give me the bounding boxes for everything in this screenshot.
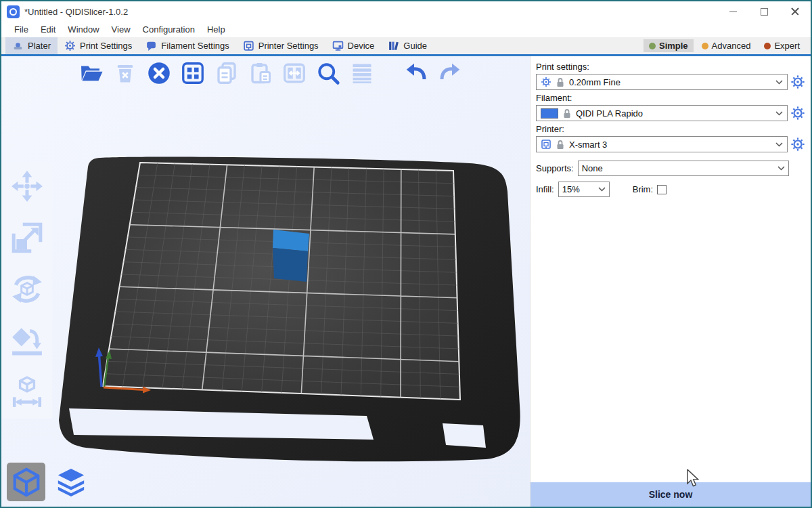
- menu-view[interactable]: View: [106, 23, 137, 36]
- slice-now-button[interactable]: Slice now: [531, 482, 811, 507]
- printer-icon: [541, 139, 551, 150]
- mode-simple[interactable]: Simple: [644, 39, 694, 52]
- tab-print-settings[interactable]: Print Settings: [58, 37, 139, 54]
- gear-icon: [541, 77, 551, 87]
- tab-device[interactable]: Device: [325, 37, 382, 54]
- tab-bar: Plater Print Settings Filament Settings: [1, 37, 811, 56]
- infill-combo[interactable]: 15%: [558, 182, 610, 197]
- rotate-icon: [10, 272, 44, 306]
- mode-label: Simple: [659, 41, 688, 51]
- undo-button[interactable]: [402, 59, 430, 87]
- menu-help[interactable]: Help: [201, 23, 231, 36]
- filament-color-swatch: [541, 108, 558, 119]
- variable-layer-height-button[interactable]: [348, 59, 376, 87]
- redo-button[interactable]: [436, 59, 464, 87]
- plate-handle-slot: [443, 423, 486, 448]
- delete-all-icon: [147, 61, 171, 85]
- close-button[interactable]: [780, 1, 811, 22]
- tab-guide[interactable]: Guide: [381, 37, 434, 54]
- menu-bar: File Edit Window View Configuration Help: [1, 22, 811, 37]
- printer-combo[interactable]: X-smart 3: [536, 136, 788, 152]
- 3d-view-cube-icon: [11, 467, 42, 498]
- brim-checkbox[interactable]: [657, 185, 667, 194]
- preview-layers-view-button[interactable]: [51, 463, 90, 501]
- simple-dot-icon: [649, 43, 656, 49]
- app-window: *Untitled - QIDISlicer-1.0.2 File Edit W…: [0, 0, 812, 508]
- edit-printer-button[interactable]: [790, 137, 805, 152]
- scale-button[interactable]: [10, 221, 44, 257]
- tab-label: Guide: [403, 41, 427, 51]
- place-on-face-icon: [10, 324, 44, 358]
- paste-icon: [248, 61, 273, 85]
- minimize-icon: [729, 12, 737, 12]
- tab-label: Plater: [28, 41, 51, 51]
- filament-combo[interactable]: QIDI PLA Rapido: [536, 105, 788, 121]
- printer-label: Printer:: [536, 124, 805, 134]
- bed-surface: [103, 163, 460, 400]
- move-button[interactable]: [10, 169, 44, 206]
- tab-label: Filament Settings: [161, 41, 229, 51]
- split-objects-icon: [282, 61, 307, 85]
- chevron-down-icon: [775, 142, 783, 147]
- maximize-button[interactable]: [748, 1, 780, 22]
- delete-button[interactable]: [111, 59, 139, 87]
- search-button[interactable]: [314, 59, 342, 87]
- tab-filament-settings[interactable]: Filament Settings: [139, 37, 235, 54]
- undo-icon: [404, 61, 428, 85]
- open-folder-icon: [79, 61, 104, 85]
- printer-icon: [243, 40, 254, 51]
- lock-icon: [556, 77, 565, 87]
- chevron-down-icon: [775, 111, 783, 116]
- mode-label: Expert: [774, 41, 800, 51]
- measure-button[interactable]: [10, 375, 44, 412]
- filament-label: Filament:: [536, 93, 805, 103]
- chevron-down-icon: [598, 187, 606, 192]
- 3d-editor-view-button[interactable]: [7, 463, 45, 501]
- gizmo-toolbar: [1, 163, 52, 419]
- split-objects-button[interactable]: [280, 59, 309, 87]
- supports-label: Supports:: [536, 163, 574, 173]
- print-settings-combo[interactable]: 0.20mm Fine: [536, 74, 788, 90]
- build-plate-scene: [1, 56, 530, 507]
- menu-file[interactable]: File: [8, 23, 35, 36]
- tab-label: Device: [348, 41, 375, 51]
- mode-label: Advanced: [712, 41, 751, 51]
- print-settings-label: Print settings:: [536, 62, 805, 72]
- infill-value: 15%: [562, 184, 594, 194]
- menu-edit[interactable]: Edit: [35, 23, 62, 36]
- minimize-button[interactable]: [717, 1, 748, 22]
- mode-expert[interactable]: Expert: [759, 39, 805, 52]
- search-icon: [316, 61, 340, 85]
- copy-button[interactable]: [212, 59, 241, 87]
- tab-plater[interactable]: Plater: [5, 37, 58, 54]
- filament-icon: [145, 40, 157, 51]
- menu-window[interactable]: Window: [62, 23, 105, 36]
- chevron-down-icon: [775, 80, 783, 85]
- tab-printer-settings[interactable]: Printer Settings: [236, 37, 325, 54]
- edit-print-settings-button[interactable]: [790, 75, 805, 89]
- tab-label: Print Settings: [80, 41, 132, 51]
- open-button[interactable]: [77, 59, 106, 87]
- delete-icon: [113, 61, 137, 85]
- variable-layer-height-icon: [350, 61, 374, 85]
- expert-dot-icon: [764, 43, 771, 49]
- supports-combo[interactable]: None: [578, 161, 789, 176]
- plater-toolbar: [77, 59, 464, 87]
- lock-icon: [562, 108, 572, 119]
- model-cube[interactable]: [273, 230, 309, 282]
- 3d-viewport[interactable]: [1, 56, 530, 507]
- arrange-button[interactable]: [179, 59, 207, 87]
- gear-icon: [790, 137, 805, 152]
- mode-switcher: Simple Advanced Expert: [644, 37, 811, 54]
- rotate-button[interactable]: [10, 272, 44, 309]
- mode-advanced[interactable]: Advanced: [696, 39, 757, 52]
- infill-label: Infill:: [536, 184, 554, 194]
- menu-configuration[interactable]: Configuration: [137, 23, 201, 36]
- layers-icon: [55, 467, 87, 498]
- delete-all-button[interactable]: [145, 59, 173, 87]
- gear-icon: [64, 40, 76, 51]
- edit-filament-button[interactable]: [790, 106, 805, 121]
- supports-value: None: [582, 163, 773, 173]
- paste-button[interactable]: [246, 59, 275, 87]
- place-on-face-button[interactable]: [10, 324, 44, 360]
